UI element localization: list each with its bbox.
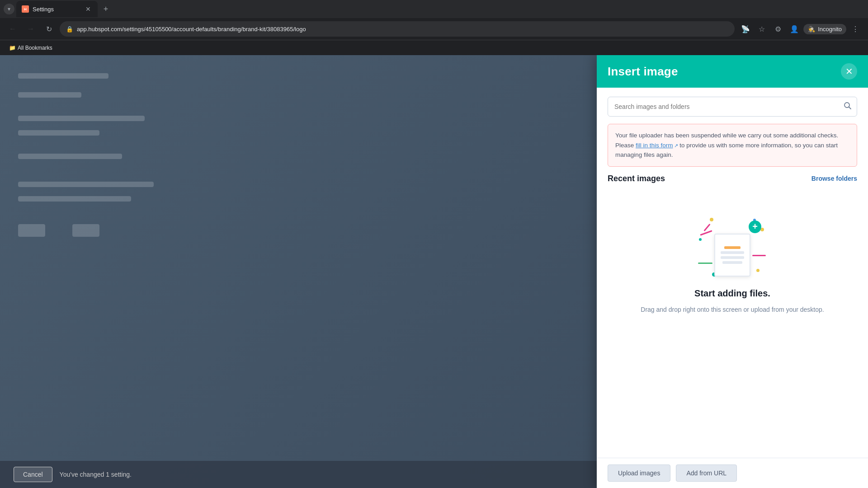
section-header: Recent images Browse folders	[608, 174, 857, 183]
empty-subtitle: Drag and drop right onto this screen or …	[641, 306, 824, 313]
empty-state: + Start adding files. Drag and drop righ…	[608, 191, 857, 322]
settings-row-2	[18, 92, 81, 98]
active-tab: H Settings ✕	[16, 1, 98, 17]
file-line-4	[722, 261, 742, 264]
settings-row-6	[18, 182, 154, 187]
refresh-button[interactable]: ↻	[42, 22, 56, 36]
search-input[interactable]	[608, 97, 857, 117]
insert-image-modal: Insert image ✕ Your file uploader has be…	[597, 55, 868, 488]
tab-menu-button[interactable]: ▾	[4, 4, 14, 14]
tab-favicon: H	[22, 5, 29, 13]
file-line-3	[721, 256, 744, 259]
modal-close-button[interactable]: ✕	[841, 63, 857, 80]
toolbar-icons: 📡 ☆ ⚙ 👤 🕵 Incognito ⋮	[738, 22, 863, 36]
customize-icon[interactable]: ⚙	[771, 22, 785, 36]
settings-btn-1	[18, 224, 45, 237]
settings-row-5	[18, 154, 122, 159]
add-from-url-button[interactable]: Add from URL	[676, 465, 737, 482]
file-illustration: +	[696, 209, 769, 281]
upload-images-button[interactable]: Upload images	[608, 465, 670, 482]
settings-row-3	[18, 116, 145, 121]
new-tab-button[interactable]: +	[99, 3, 112, 15]
external-link-icon: ↗	[674, 143, 678, 148]
search-button[interactable]	[844, 102, 852, 112]
cast-icon[interactable]: 📡	[738, 22, 753, 36]
modal-header: Insert image ✕	[597, 55, 868, 88]
profile-icon[interactable]: 👤	[787, 22, 802, 36]
deco-line-4	[752, 255, 766, 256]
bookmarks-label: All Bookmarks	[18, 45, 52, 51]
tab-title: Settings	[33, 6, 54, 13]
tab-close-button[interactable]: ✕	[84, 5, 92, 13]
settings-row-1	[18, 73, 108, 79]
bookmark-star-icon[interactable]: ☆	[755, 22, 769, 36]
warning-box: Your file uploader has been suspended wh…	[608, 124, 857, 167]
settings-row-4	[18, 130, 99, 136]
deco-line-3	[698, 263, 712, 264]
browser-chrome: ▾ H Settings ✕ + ← → ↻ 🔒 app.hubspot.com…	[0, 0, 868, 55]
sparkle-dot-1	[710, 218, 713, 221]
tab-bar: ▾ H Settings ✕ +	[0, 0, 868, 18]
cancel-button[interactable]: Cancel	[14, 467, 52, 482]
modal-body: Your file uploader has been suspended wh…	[597, 88, 868, 458]
address-bar[interactable]: 🔒 app.hubspot.com/settings/45105500/acco…	[60, 21, 735, 37]
add-file-badge: +	[749, 221, 761, 233]
incognito-indicator: 🕵 Incognito	[803, 24, 846, 34]
deco-line-2	[703, 224, 710, 231]
section-title: Recent images	[608, 174, 665, 183]
svg-line-1	[849, 107, 851, 109]
fill-form-link[interactable]: fill in this form	[636, 142, 673, 149]
search-icon	[844, 102, 852, 110]
bookmark-folder-icon[interactable]: 📁 All Bookmarks	[5, 43, 56, 53]
bookmarks-bar: 📁 All Bookmarks	[0, 40, 868, 55]
back-button[interactable]: ←	[5, 22, 20, 36]
sparkle-dot-2	[699, 238, 702, 241]
empty-title: Start adding files.	[694, 288, 770, 299]
incognito-icon: 🕵	[808, 26, 815, 33]
extensions-icon[interactable]: ⋮	[848, 22, 863, 36]
incognito-label: Incognito	[818, 26, 842, 33]
browse-folders-link[interactable]: Browse folders	[811, 175, 857, 182]
deco-line-1	[700, 230, 712, 235]
file-line-1	[724, 246, 741, 249]
sparkle-dot-5	[756, 269, 760, 272]
url-text: app.hubspot.com/settings/45105500/accoun…	[77, 26, 728, 33]
file-line-2	[721, 251, 744, 254]
address-bar-row: ← → ↻ 🔒 app.hubspot.com/settings/4510550…	[0, 18, 868, 40]
settings-btn-2	[72, 224, 99, 237]
settings-row-7	[18, 196, 131, 202]
page-content: Cancel You've changed 1 setting. Insert …	[0, 55, 868, 488]
modal-footer: Upload images Add from URL	[597, 458, 868, 488]
changed-setting-text: You've changed 1 setting.	[60, 471, 132, 478]
search-container	[608, 97, 857, 117]
folder-icon: 📁	[9, 45, 16, 51]
forward-button[interactable]: →	[24, 22, 38, 36]
file-document	[714, 234, 750, 277]
modal-title: Insert image	[608, 65, 678, 79]
lock-icon: 🔒	[66, 26, 73, 33]
